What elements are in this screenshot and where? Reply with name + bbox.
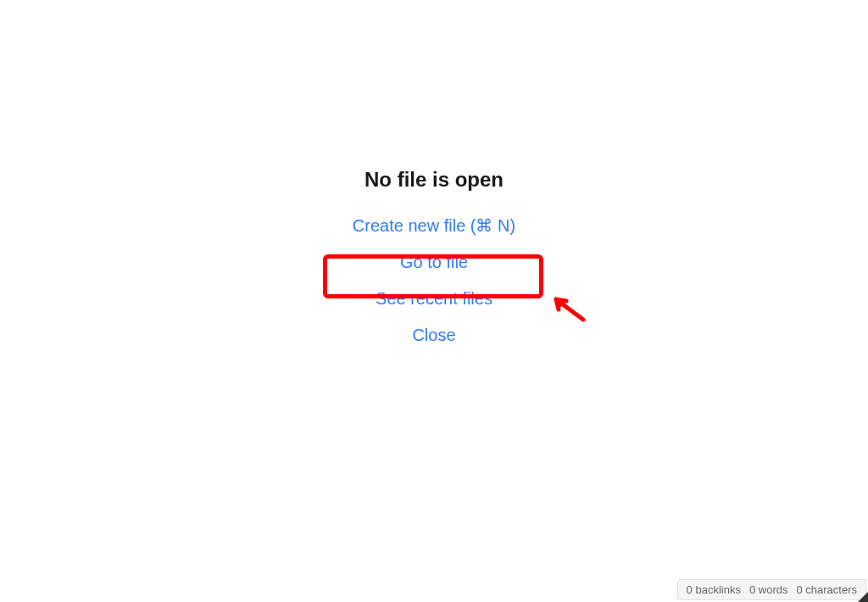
go-to-file-link[interactable]: Go to file	[400, 248, 468, 277]
see-recent-files-link[interactable]: See recent files	[376, 284, 492, 314]
word-count[interactable]: 0 words	[749, 583, 788, 596]
create-new-file-link[interactable]: Create new file (⌘ N)	[353, 210, 515, 241]
create-new-file-label: Create new file (⌘ N)	[353, 216, 515, 235]
resize-handle-icon[interactable]	[858, 592, 868, 602]
empty-state-title: No file is open	[364, 168, 504, 192]
status-bar: 0 backlinks 0 words 0 characters	[677, 579, 866, 600]
see-recent-files-label: See recent files	[376, 289, 492, 308]
go-to-file-label: Go to file	[400, 253, 468, 271]
close-label: Close	[412, 326, 455, 344]
backlinks-count[interactable]: 0 backlinks	[687, 583, 741, 596]
character-count[interactable]: 0 characters	[796, 583, 857, 596]
annotation-arrow-icon	[553, 296, 587, 323]
close-link[interactable]: Close	[412, 321, 455, 350]
empty-state-panel: No file is open Create new file (⌘ N) Go…	[353, 168, 515, 350]
